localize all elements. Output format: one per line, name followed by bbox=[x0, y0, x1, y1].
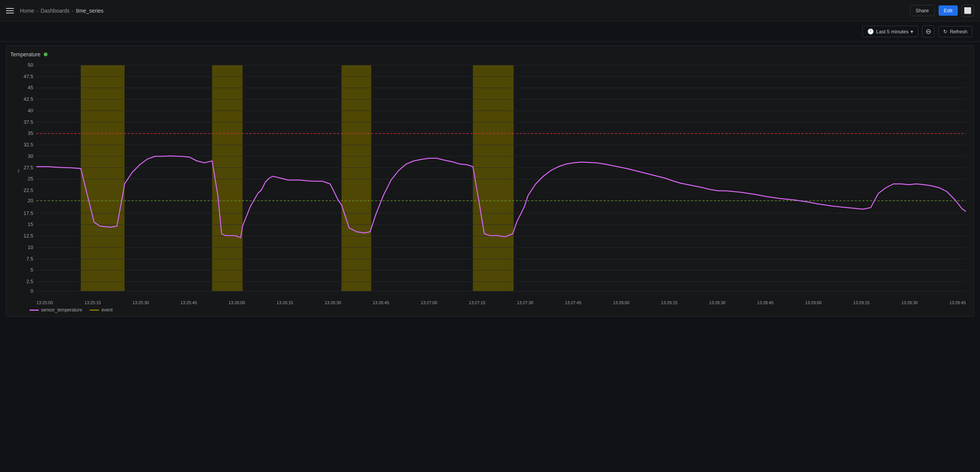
svg-text:2.5: 2.5 bbox=[26, 279, 33, 284]
svg-text:0: 0 bbox=[30, 288, 33, 294]
topbar-left: Home › Dashboards › time_series bbox=[6, 7, 104, 15]
svg-text:35: 35 bbox=[28, 130, 33, 136]
svg-text:27.5: 27.5 bbox=[23, 165, 33, 170]
zoom-out-button[interactable]: ⊖ bbox=[922, 25, 934, 38]
legend-item-temperature: sensor_temperature bbox=[30, 307, 82, 313]
x-label-14: 13:28:30 bbox=[709, 300, 725, 305]
x-label-2: 13:25:30 bbox=[133, 300, 149, 305]
svg-text:17.5: 17.5 bbox=[23, 210, 33, 216]
svg-text:50: 50 bbox=[28, 62, 33, 68]
chart-legend: sensor_temperature event bbox=[10, 307, 970, 313]
x-label-12: 13:28:00 bbox=[613, 300, 630, 305]
x-label-6: 13:26:30 bbox=[325, 300, 341, 305]
time-range-picker[interactable]: 🕐 Last 5 minutes ▾ bbox=[862, 26, 919, 37]
svg-text:45: 45 bbox=[28, 85, 33, 90]
chart-panel: Temperature bbox=[6, 46, 974, 317]
svg-text:↕: ↕ bbox=[17, 167, 20, 174]
x-label-0: 13:25:00 bbox=[36, 300, 53, 305]
svg-text:12.5: 12.5 bbox=[23, 233, 33, 239]
legend-item-event: event bbox=[90, 307, 112, 313]
legend-line-temperature bbox=[30, 310, 39, 311]
zoom-out-icon: ⊖ bbox=[926, 27, 931, 36]
svg-text:37.5: 37.5 bbox=[23, 119, 33, 125]
chart-area: 50 47.5 45 42.5 40 37.5 35 32.5 30 27.5 … bbox=[10, 61, 970, 299]
x-label-4: 13:26:00 bbox=[229, 300, 245, 305]
x-label-3: 13:25:45 bbox=[181, 300, 197, 305]
chart-title-text: Temperature bbox=[10, 51, 41, 57]
svg-text:22.5: 22.5 bbox=[23, 187, 33, 193]
x-label-17: 13:29:15 bbox=[853, 300, 870, 305]
x-label-7: 13:26:45 bbox=[373, 300, 389, 305]
svg-text:7.5: 7.5 bbox=[26, 256, 33, 262]
x-label-16: 13:29:00 bbox=[805, 300, 822, 305]
x-label-5: 13:26:15 bbox=[277, 300, 293, 305]
status-dot bbox=[44, 52, 48, 56]
edit-button[interactable]: Edit bbox=[939, 5, 958, 16]
refresh-button[interactable]: ↻ Refresh bbox=[938, 26, 972, 37]
x-label-13: 13:28:15 bbox=[661, 300, 677, 305]
x-label-18: 13:29:30 bbox=[901, 300, 918, 305]
topbar: Home › Dashboards › time_series Share Ed… bbox=[0, 0, 980, 21]
legend-line-event bbox=[90, 310, 99, 311]
breadcrumb-home[interactable]: Home bbox=[20, 8, 34, 14]
event-band-1 bbox=[81, 65, 125, 291]
svg-text:25: 25 bbox=[28, 176, 33, 182]
legend-label-temperature: sensor_temperature bbox=[41, 307, 82, 313]
topbar-right: Share Edit ⬜ bbox=[910, 5, 974, 17]
breadcrumb-sep1: › bbox=[36, 8, 38, 14]
share-button[interactable]: Share bbox=[910, 5, 935, 16]
tv-mode-button[interactable]: ⬜ bbox=[962, 5, 974, 17]
legend-label-event: event bbox=[101, 307, 112, 313]
x-label-9: 13:27:15 bbox=[469, 300, 485, 305]
x-label-11: 13:27:45 bbox=[565, 300, 581, 305]
chevron-down-icon: ▾ bbox=[911, 29, 913, 34]
clock-icon: 🕐 bbox=[867, 28, 874, 34]
breadcrumb-sep2: › bbox=[72, 8, 74, 14]
breadcrumb-current: time_series bbox=[76, 8, 104, 14]
svg-text:20: 20 bbox=[28, 198, 33, 203]
x-label-1: 13:25:15 bbox=[84, 300, 101, 305]
x-label-8: 13:27:00 bbox=[421, 300, 437, 305]
event-band-2 bbox=[212, 65, 242, 291]
svg-text:32.5: 32.5 bbox=[23, 142, 33, 148]
x-label-10: 13:27:30 bbox=[517, 300, 533, 305]
svg-text:42.5: 42.5 bbox=[23, 96, 33, 102]
subtoolbar: 🕐 Last 5 minutes ▾ ⊖ ↻ Refresh bbox=[0, 21, 980, 42]
breadcrumb: Home › Dashboards › time_series bbox=[20, 8, 104, 14]
x-label-15: 13:28:45 bbox=[757, 300, 774, 305]
menu-icon[interactable] bbox=[6, 7, 14, 15]
svg-text:15: 15 bbox=[28, 221, 33, 227]
refresh-icon: ↻ bbox=[943, 29, 947, 34]
x-axis-labels: 13:25:00 13:25:15 13:25:30 13:25:45 13:2… bbox=[10, 300, 970, 305]
svg-text:40: 40 bbox=[28, 108, 33, 113]
refresh-label: Refresh bbox=[950, 29, 967, 34]
svg-text:5: 5 bbox=[30, 267, 33, 273]
breadcrumb-dashboards[interactable]: Dashboards bbox=[41, 8, 70, 14]
event-band-3 bbox=[342, 65, 371, 291]
chart-svg: 50 47.5 45 42.5 40 37.5 35 32.5 30 27.5 … bbox=[10, 61, 970, 299]
x-label-19: 13:29:45 bbox=[949, 300, 966, 305]
svg-text:47.5: 47.5 bbox=[23, 74, 33, 79]
svg-text:30: 30 bbox=[28, 153, 33, 159]
event-band-4 bbox=[473, 65, 513, 291]
svg-text:10: 10 bbox=[28, 244, 33, 250]
time-range-label: Last 5 minutes bbox=[876, 29, 909, 34]
chart-title: Temperature bbox=[10, 51, 970, 57]
